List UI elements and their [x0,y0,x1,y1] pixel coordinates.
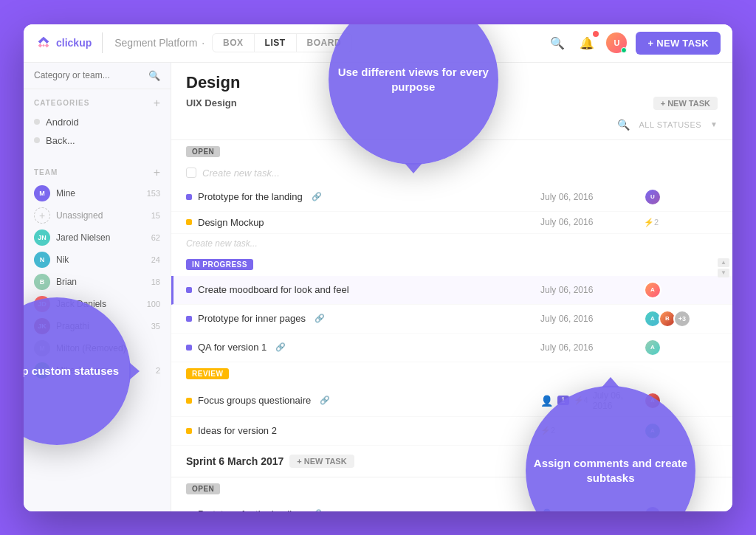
sidebar-item-android[interactable]: Android [24,113,171,131]
scroll-nub: ▲ ▼ [718,258,729,277]
assignee-avatar: U [644,188,662,206]
team-member-mine[interactable]: M Mine 153 [24,182,171,204]
sprint-table-header [171,471,732,477]
extra-assignees: +3 [673,310,691,328]
team-member-nik[interactable]: N Nik 24 [24,249,171,271]
task-table-header [171,134,732,140]
avatar: B [34,274,50,290]
avatar: JN [34,229,50,246]
categories-section-header: CATEGORIES + [24,89,171,113]
task-assignee: A [644,281,718,299]
link-icon: 🔗 [312,509,322,511]
subtask-count: ⚡4 [574,396,588,405]
tab-box[interactable]: BOX [213,34,255,52]
add-team-button[interactable]: + [154,166,160,179]
task-checkbox[interactable] [186,168,196,178]
link-icon: 🔗 [275,342,286,352]
user-avatar-button[interactable]: U [606,32,627,53]
sub-section-label: UIX Design [186,97,237,108]
team-member-unassigned[interactable]: + Unassigned 15 [24,204,171,227]
task-color-dot [186,194,192,200]
add-category-button[interactable]: + [154,97,160,110]
assignee-avatar: A [644,281,662,299]
team-member-jack[interactable]: JD Jack Daniels 100 [24,293,171,315]
task-name: Design Mockup [186,217,540,228]
status-badge: OPEN [186,483,220,494]
category-dot [34,137,40,143]
new-task-button[interactable]: + NEW TASK [636,32,721,55]
table-row[interactable]: Create moodboard for look and feel July … [171,276,732,305]
task-name: Create moodboard for look and feel [186,284,540,295]
table-row[interactable]: Prototype for the landing 🔗 👤 A [171,500,732,511]
sidebar-search: 🔍 [24,63,171,89]
table-row[interactable]: QA for version 1 🔗 July 06, 2016 A [171,334,732,362]
notifications-button[interactable]: 🔔 [577,32,597,53]
task-assignee: A [644,422,718,440]
task-date-meta: ⚡2 [540,426,644,435]
search-input[interactable] [34,70,148,80]
task-color-dot [186,345,192,351]
table-row[interactable]: Design Mockup July 06, 2016 ⚡2 [171,212,732,234]
task-assignee: A [644,505,718,511]
group-header-review: REVIEW [171,362,732,385]
content-filters: 🔍 ALL STATUSES ▼ [171,116,732,134]
status-filter-label[interactable]: ALL STATUSES [639,120,701,129]
link-icon: 🔗 [320,396,330,405]
person-icon: 👤 [540,508,553,511]
task-color-dot [186,398,192,404]
sprint-new-task-button[interactable]: + NEW TASK [289,455,354,468]
tab-board[interactable]: BOARD [297,34,352,52]
search-filter-icon[interactable]: 🔍 [617,119,630,131]
table-row[interactable]: Ideas for version 2 ⚡2 A [171,417,732,446]
create-placeholder: Create new task... [202,168,280,179]
sprint-group-header-open: OPEN [171,477,732,500]
group-header-in-progress: IN PROGRESS [171,253,732,276]
team-member-mike[interactable]: MJ Mike Jackson 2 [24,359,171,382]
task-date-meta: 👤 1 ⚡4 July 06, 2016 [540,390,644,411]
app-window: clickup Segment Platform · BOX LIST BOAR… [24,24,732,511]
new-task-sm-button[interactable]: + NEW TASK [653,97,718,110]
avatar: MJ [34,362,50,379]
header-right: 🔍 🔔 U + NEW TASK [547,32,721,55]
create-task-row[interactable]: Create new task... [171,163,732,183]
status-badge: REVIEW [186,368,229,379]
task-date: July 06, 2016 [540,314,644,324]
page-title: Design [186,73,718,92]
task-date: 👤 [540,508,644,511]
task-date: July 06, 2016 [540,192,644,202]
unassigned-icon: + [34,207,50,224]
table-row[interactable]: Prototype for inner pages 🔗 July 06, 201… [171,305,732,334]
sidebar: 🔍 CATEGORIES + Android Back... TEAM + [24,63,171,511]
task-name: Prototype for the landing 🔗 [186,508,540,511]
content-header: Design [171,63,732,97]
team-member-jared[interactable]: JN Jared Nielsen 62 [24,227,171,249]
workspace-name: Segment Platform · [113,37,205,49]
task-date: July 06, 2016 [540,285,644,295]
task-name: Focus groups questionaire 🔗 [186,395,540,406]
team-member-pragathi[interactable]: JK Pragathi 35 [24,315,171,337]
search-button[interactable]: 🔍 [547,32,568,53]
tab-list[interactable]: LIST [255,34,297,52]
online-indicator [621,47,627,53]
assignee-avatar: A [644,392,662,410]
task-color-dot [186,316,192,322]
search-icon: 🔍 [148,70,160,81]
task-assignee: A [644,392,718,410]
group-header-open: OPEN [171,140,732,163]
subtask-icon: ⚡2 [540,426,555,435]
notification-dot [593,31,599,37]
main-content: Design UIX Design + NEW TASK 🔍 ALL STATU… [171,63,732,511]
team-member-milton[interactable]: M Milton (Removed) [24,337,171,359]
sidebar-item-back[interactable]: Back... [24,131,171,150]
task-list: OPEN Create new task... Prototype for th… [171,140,732,511]
team-member-brian[interactable]: B Brian 18 [24,271,171,293]
task-date: July 06, 2016 [540,342,644,353]
table-row[interactable]: Prototype for the landing 🔗 July 06, 201… [171,183,732,212]
task-name: Prototype for inner pages 🔗 [186,313,540,324]
task-assignee: ⚡2 [644,218,718,227]
assignee-avatar: A [644,422,662,440]
task-color-dot [186,287,192,293]
app-body: 🔍 CATEGORIES + Android Back... TEAM + [24,63,732,511]
avatar: JD [34,296,50,312]
table-row[interactable]: Focus groups questionaire 🔗 👤 1 ⚡4 July … [171,385,732,417]
